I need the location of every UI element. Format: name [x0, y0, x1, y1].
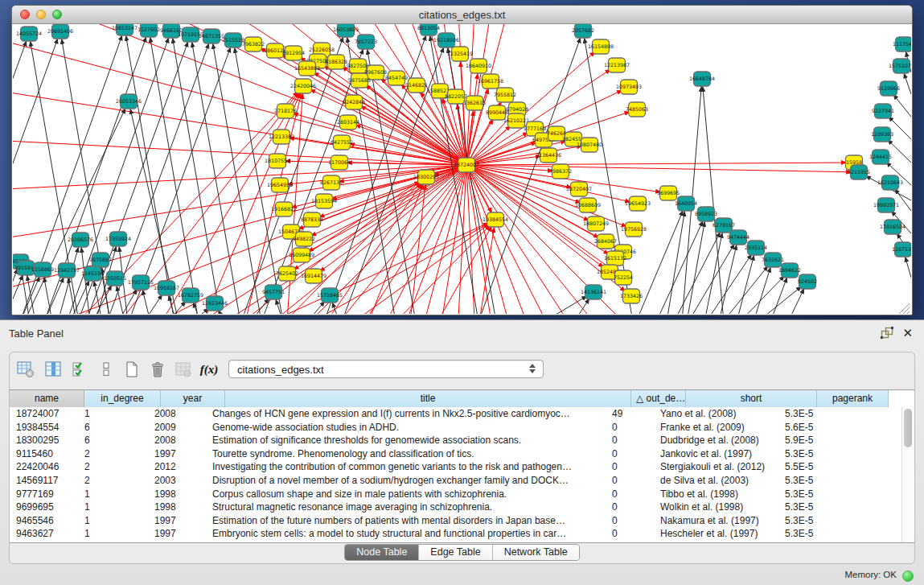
table-cell[interactable]: 2: [78, 447, 148, 461]
table-row[interactable]: 2242004622012Investigating the contribut…: [10, 460, 914, 474]
graph-node-15751074[interactable]: 15751074: [889, 59, 911, 73]
table-cell[interactable]: Stergiakouli et al. (2012): [654, 460, 778, 474]
table-cell[interactable]: 5.3E-5: [778, 527, 844, 541]
float-window-icon[interactable]: [881, 327, 893, 340]
graph-node-2718176[interactable]: 2718176: [274, 104, 297, 118]
graph-node-16961758[interactable]: 16961758: [478, 74, 503, 89]
table-cell[interactable]: 5.3E-5: [778, 514, 844, 528]
column-header-pagerank[interactable]: pagerank: [817, 390, 889, 407]
graph-node-15718485[interactable]: 15718485: [317, 288, 343, 303]
table-cell[interactable]: 1: [78, 488, 148, 501]
table-row[interactable]: 911546021997Tourette syndrome. Phenomeno…: [10, 447, 914, 461]
graph-node-22420046[interactable]: 22420046: [290, 79, 316, 93]
table-selector-dropdown[interactable]: citations_edges.txt: [228, 360, 544, 378]
graph-node-1170064[interactable]: 1170064: [328, 155, 351, 170]
tab-node-table[interactable]: Node Table: [345, 545, 419, 560]
graph-node-9498222[interactable]: 9498222: [293, 232, 315, 246]
graph-node-19218506[interactable]: 19218506: [433, 33, 459, 47]
table-cell[interactable]: Estimation of the future numbers of pati…: [206, 514, 606, 528]
table-cell[interactable]: 18724007: [10, 407, 78, 421]
graph-node-12213389[interactable]: 12213389: [269, 130, 294, 144]
table-cell[interactable]: 0: [606, 501, 654, 514]
network-window-titlebar[interactable]: citations_edges.txt: [12, 6, 912, 24]
column-header-title[interactable]: title: [225, 390, 631, 407]
table-row[interactable]: 977716911998Corpus callosum shape and si…: [10, 488, 914, 501]
graph-node-8267130[interactable]: 8267130: [320, 175, 343, 190]
table-vertical-scrollbar[interactable]: [901, 407, 914, 542]
table-cell[interactable]: Changes of HCN gene expression and I(f) …: [206, 407, 606, 421]
table-cell[interactable]: Nakamura et al. (1997): [654, 514, 778, 528]
graph-node-16782759[interactable]: 16782759: [178, 288, 203, 303]
graph-node-19166822[interactable]: 19166822: [271, 202, 297, 216]
table-cell[interactable]: 2: [78, 474, 148, 488]
table-cell[interactable]: Corpus callosum shape and size in male p…: [206, 488, 606, 501]
column-header-year[interactable]: year: [161, 390, 225, 407]
column-header-short[interactable]: short: [686, 390, 817, 407]
graph-node-9875685[interactable]: 9875685: [348, 73, 371, 88]
graph-node-9242848[interactable]: 9242848: [343, 95, 365, 109]
graph-node-19654955[interactable]: 19654955: [267, 178, 293, 192]
graph-node-10958167[interactable]: 10958167: [154, 281, 179, 295]
table-cell[interactable]: 1: [78, 501, 148, 514]
graph-node-9146821[interactable]: 9146821: [405, 78, 428, 93]
graph-node-2684067[interactable]: 2684067: [594, 234, 617, 249]
graph-node-2935114[interactable]: 2935114: [745, 241, 767, 255]
table-cell[interactable]: 0: [606, 527, 654, 541]
graph-node-8912954[interactable]: 8912954: [282, 46, 305, 60]
graph-node-7515528[interactable]: 7515528: [222, 33, 244, 47]
row-height-icon[interactable]: [97, 360, 116, 379]
table-row[interactable]: 1872400712008Changes of HCN gene express…: [10, 407, 914, 421]
table-cell[interactable]: 2: [78, 460, 148, 474]
table-cell[interactable]: Franke et al. (2009): [654, 421, 778, 435]
table-cell[interactable]: Structural magnetic resonance image aver…: [206, 501, 606, 514]
graph-node-9227341[interactable]: 9227341: [872, 104, 894, 118]
table-cell[interactable]: 2009: [148, 421, 206, 435]
table-cell[interactable]: 1997: [148, 514, 206, 528]
graph-node-1156869[interactable]: 1156869: [31, 262, 54, 277]
table-cell[interactable]: 2008: [148, 407, 206, 421]
graph-node-9474444[interactable]: 9474444: [727, 230, 749, 245]
table-cell[interactable]: 14569117: [10, 474, 78, 488]
graph-node-1244415[interactable]: 1244415: [869, 150, 892, 164]
table-cell[interactable]: Hescheler et al. (1997): [654, 527, 778, 541]
table-cell[interactable]: Jankovic et al. (1997): [654, 447, 778, 461]
graph-node-19756928[interactable]: 19756928: [621, 222, 647, 237]
table-cell[interactable]: 49: [606, 407, 654, 421]
graph-node-9457791[interactable]: 9457791: [262, 285, 285, 299]
table-cell[interactable]: 9465546: [10, 514, 78, 528]
citation-graph[interactable]: 1872400779638228860128891295425226058982…: [13, 24, 911, 314]
table-cell[interactable]: 9699695: [10, 501, 78, 514]
table-cell[interactable]: Genome-wide association studies in ADHD.: [206, 421, 606, 435]
graph-node-7986372[interactable]: 7986372: [549, 164, 572, 179]
table-cell[interactable]: 0: [606, 460, 654, 474]
graph-node-7485063[interactable]: 7485063: [626, 102, 648, 117]
table-cell[interactable]: 9463627: [10, 527, 78, 541]
table-cell[interactable]: 0: [606, 474, 654, 488]
graph-node-19654923[interactable]: 19654923: [625, 196, 651, 211]
graph-node-1640954[interactable]: 1640954: [675, 196, 697, 211]
table-cell[interactable]: 5.5E-5: [778, 460, 844, 474]
table-cell[interactable]: Wolkin et al. (1998): [654, 501, 778, 514]
graph-node-7963822[interactable]: 7963822: [242, 37, 265, 51]
table-cell[interactable]: Estimation of significance thresholds fo…: [206, 434, 606, 447]
table-cell[interactable]: 1: [78, 514, 148, 528]
graph-node-1733426[interactable]: 1733426: [620, 289, 643, 303]
graph-node-8958923[interactable]: 8958923: [695, 207, 717, 221]
graph-node-1894622[interactable]: 1894622: [778, 263, 801, 278]
graph-node-16210643[interactable]: 16210643: [877, 175, 903, 190]
table-cell[interactable]: 2003: [148, 474, 206, 488]
table-cell[interactable]: 5.3E-5: [778, 407, 844, 421]
window-resize-grip[interactable]: [899, 303, 910, 314]
graph-node-8813054[interactable]: 8813054: [417, 24, 440, 35]
table-cell[interactable]: Yano et al. (2008): [654, 407, 778, 421]
table-row[interactable]: 946362711997Embryonic stem cells: a mode…: [10, 527, 914, 541]
graph-node-8454749[interactable]: 8454749: [385, 71, 408, 85]
table-cell[interactable]: 9777169: [10, 488, 78, 501]
graph-node-16648784[interactable]: 16648784: [689, 72, 715, 86]
table-cell[interactable]: 1998: [148, 488, 206, 501]
delete-table-icon[interactable]: [174, 360, 193, 379]
table-cell[interactable]: 1998: [148, 501, 206, 514]
graph-node-10973493[interactable]: 10973493: [616, 80, 642, 94]
table-cell[interactable]: 18300295: [10, 434, 78, 447]
table-cell[interactable]: 5.9E-5: [778, 434, 844, 447]
